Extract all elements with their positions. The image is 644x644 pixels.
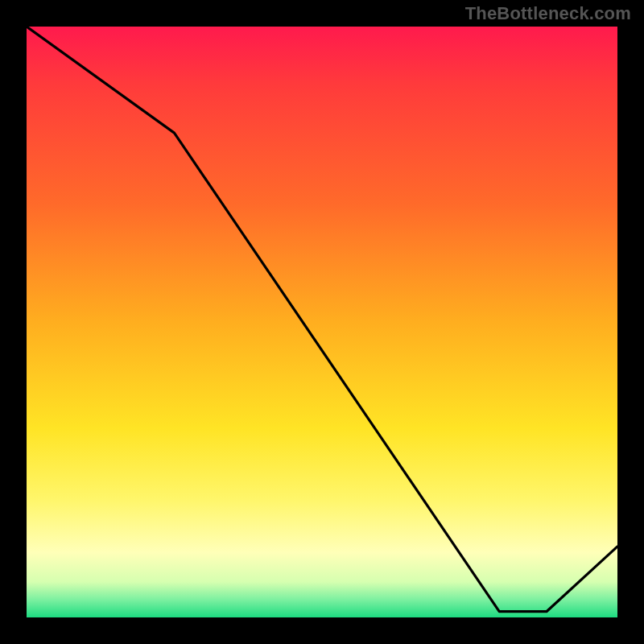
line-plot-icon	[27, 27, 617, 617]
chart-series-line	[27, 27, 617, 612]
plot-area	[27, 27, 617, 617]
chart-frame: TheBottleneck.com	[0, 0, 644, 644]
watermark-text: TheBottleneck.com	[465, 3, 631, 24]
